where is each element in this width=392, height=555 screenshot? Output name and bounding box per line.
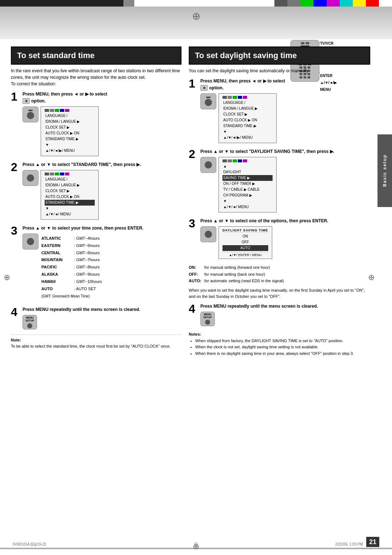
menu-item: ▲: [222, 163, 273, 169]
menu-item: ▲/▼/◄/▶/ MENU: [222, 135, 273, 141]
off-label: OFF:: [189, 271, 201, 278]
on-desc: for manual setting (forward one hour): [204, 264, 270, 271]
color-swatch-yellow: [353, 0, 366, 7]
color-swatch-magenta: [327, 0, 340, 7]
menu-item: ▼: [45, 142, 95, 148]
menu-item-highlighted: STANDARD TIME ▶: [45, 200, 95, 206]
step-1-text: Press MENU, then press ◄ or ▶ to select …: [23, 91, 181, 104]
right-column: To set daylight saving time You can set …: [189, 46, 370, 357]
menu-item: CLOCK SET ▶: [222, 112, 273, 117]
step-2-text: Press ▲ or ▼ to select "STANDARD TIME", …: [23, 161, 181, 168]
step-number-2: 2: [11, 161, 20, 173]
dst-nav: ▲/▼/ ENTER / MENU: [222, 252, 268, 257]
right-step-1-content: Press MENU, then press ◄ or ▶ to select …: [200, 78, 370, 143]
left-note: Note: To be able to select the standard …: [11, 335, 181, 349]
left-step-2: 2 Press ▲ or ▼ to select "STANDARD TIME"…: [11, 161, 181, 220]
menu-item: AUTO CLOCK ▶ ON: [45, 130, 95, 136]
color-swatch-green: [301, 0, 314, 7]
right-intro: You can set the daylight saving time aut…: [189, 68, 370, 74]
right-step-4-content: Press MENU repeatedly until the menu scr…: [200, 303, 370, 326]
left-section-header: To set standard time: [11, 46, 181, 65]
right-crosshair: ⊕: [368, 273, 375, 282]
right-step-number-2: 2: [189, 148, 197, 160]
note-text: To be able to select the standard time, …: [11, 343, 181, 349]
step-3-content: Press ▲ or ▼ to select your time zone, t…: [23, 225, 181, 301]
color-swatch-white: [379, 0, 392, 7]
menu-item: LANGUAGE /: [45, 177, 95, 182]
note-title: Note:: [11, 337, 181, 343]
right-step-number-4: 4: [189, 303, 197, 315]
top-color-bar: [0, 0, 392, 7]
right-step-2-diagram: ▲ DAYLIGHT SAVING TIME ▶ ON / OFF TIMER …: [200, 157, 370, 212]
right-step-4-text: Press MENU repeatedly until the menu scr…: [200, 303, 370, 309]
menu-item: TV / CABLE ▶ CABLE: [222, 187, 273, 193]
right-step-3-content: Press ▲ or ▼ to select one of the option…: [200, 218, 370, 259]
menu-item: ▼: [45, 206, 95, 211]
menu-item: IDIOMA / LANGUE ▶: [222, 106, 273, 112]
step-3-text: Press ▲ or ▼ to select your time zone, t…: [23, 225, 181, 231]
gray-mid: [123, 0, 134, 7]
left-step-3: 3 Press ▲ or ▼ to select your time zone,…: [11, 225, 181, 301]
black-bar: [0, 0, 123, 7]
dst-menu-title: DAYLIGHT SAVING TIME: [222, 228, 268, 232]
menu-item: ▲/▼/◄/ MENU: [45, 211, 95, 217]
menu-box-s1: LANGUAGE / IDIOMA / LANGUE ▶ CLOCK SET ▶…: [41, 106, 99, 156]
menu-item: AUTO CLOCK ▶ ON: [45, 194, 95, 200]
remote-icon-s3: [23, 234, 38, 250]
right-step-number-3: 3: [189, 218, 197, 229]
remote-icon-s4: MENUSETUP: [23, 315, 37, 329]
menu-item: CLOCK SET ▶: [45, 188, 95, 194]
step-4-text: Press MENU repeatedly until the menu scr…: [23, 306, 181, 313]
right-notes: Notes: When shipped from factory, the DA…: [189, 331, 370, 357]
left-column: To set standard time In the rare event t…: [11, 46, 181, 357]
note-item-2: When the clock is not set, daylight savi…: [195, 344, 370, 351]
right-step-3: 3 Press ▲ or ▼ to select one of the opti…: [189, 218, 370, 259]
right-step-2-text: Press ▲ or ▼ to select "DAYLIGHT SAVING …: [200, 148, 370, 155]
menu-item: CLOCK SET ▶: [45, 125, 95, 130]
bottom-crosshair: ⊕: [193, 542, 199, 551]
right-remote-icon-s4: MENUSETUP: [200, 312, 215, 326]
note-item-1: When shipped from factory, the DAYLIGHT …: [195, 338, 370, 344]
footer-left: 5V60101A [E]p19-22: [13, 542, 46, 546]
right-step-2-content: Press ▲ or ▼ to select "DAYLIGHT SAVING …: [200, 148, 370, 212]
color-swatch-red: [366, 0, 379, 7]
right-section-header: To set daylight saving time: [189, 46, 370, 65]
right-step-3-text: Press ▲ or ▼ to select one of the option…: [200, 218, 370, 224]
note-item-3: When there is no daylight saving time in…: [195, 351, 370, 357]
menu-item: LANGUAGE /: [45, 113, 95, 119]
main-content: To set standard time In the rare event t…: [11, 43, 370, 357]
menu-item: DAYLIGHT: [222, 169, 273, 175]
menu-item-highlighted: SAVING TIME ▶: [222, 175, 273, 181]
menu-item: ▼: [222, 129, 273, 135]
color-swatch-2: [287, 0, 301, 7]
step-2-content: Press ▲ or ▼ to select "STANDARD TIME", …: [23, 161, 181, 220]
dst-option-on: ON: [222, 234, 268, 239]
auto-label: AUTO:: [189, 278, 201, 284]
auto-desc: for automatic setting (read EDS in the s…: [204, 278, 284, 284]
step-1-content: Press MENU, then press ◄ or ▶ to select …: [23, 91, 181, 156]
right-step-2: 2 Press ▲ or ▼ to select "DAYLIGHT SAVIN…: [189, 148, 370, 212]
timezone-list: ATLANTIC: GMT−4hours EASTERN: GMT−5hours…: [41, 235, 102, 300]
menu-item: ▲/▼/◄/▶/ MENU: [45, 148, 95, 154]
right-remote-icon-s3: [200, 226, 216, 242]
right-step-4: 4 Press MENU repeatedly until the menu s…: [189, 303, 370, 326]
notes-title: Notes:: [189, 331, 370, 338]
right-step-3-diagram: DAYLIGHT SAVING TIME ON OFF AUTO ▲/▼/ EN…: [200, 226, 370, 259]
menu-item: IDIOMA / LANGUE ▶: [45, 182, 95, 188]
on-label: ON:: [189, 264, 201, 271]
menu-item: STANDARD TIME ▶: [222, 123, 273, 129]
menu-item: ▲/▼/◄/ MENU: [222, 204, 273, 210]
color-swatch-blue: [314, 0, 327, 7]
step-4-content: Press MENU repeatedly until the menu scr…: [23, 306, 181, 329]
right-remote-icon-s1: [200, 93, 216, 109]
step-1-diagram: LANGUAGE / IDIOMA / LANGUE ▶ CLOCK SET ▶…: [23, 106, 181, 156]
left-crosshair: ⊕: [4, 273, 10, 282]
sidebar-label-text: Basic setup: [382, 154, 387, 187]
step-number-3: 3: [11, 225, 20, 236]
menu-item: ▼: [222, 198, 273, 204]
two-col-layout: To set standard time In the rare event t…: [11, 46, 370, 357]
dst-option-auto: AUTO: [222, 245, 268, 251]
step-number-4: 4: [11, 306, 20, 318]
menu-item: STANDARD TIME ▶: [45, 136, 95, 142]
menu-item: AUTO CLOCK ▶ ON: [222, 117, 273, 123]
